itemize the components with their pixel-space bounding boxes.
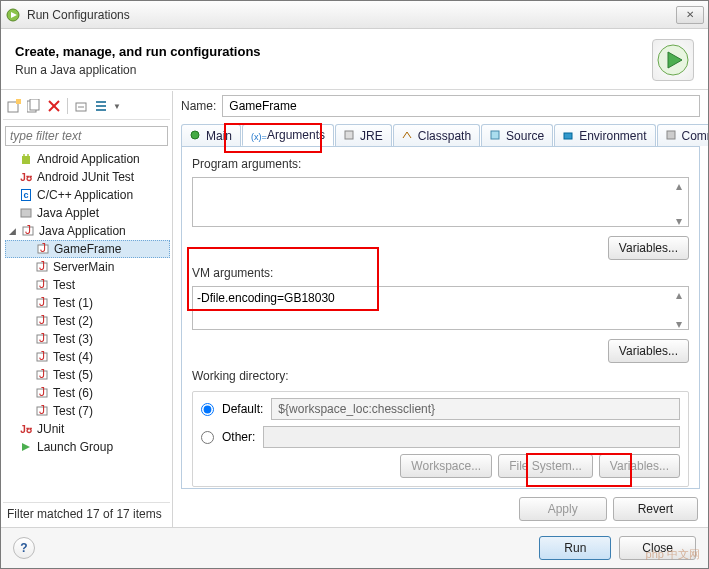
revert-button[interactable]: Revert <box>613 497 698 521</box>
tree-item-junit[interactable]: JʊJUnit <box>5 420 170 438</box>
svg-text:J: J <box>39 297 45 309</box>
svg-text:J: J <box>40 243 46 255</box>
vm-args-textarea[interactable] <box>192 286 689 330</box>
java-run-icon: J <box>35 350 49 364</box>
tree-item-android-junit[interactable]: JʊAndroid JUnit Test <box>5 168 170 186</box>
default-radio-label: Default: <box>222 402 263 416</box>
source-tab-icon <box>490 130 502 142</box>
tree-item-java-child[interactable]: JGameFrame <box>5 240 170 258</box>
dropdown-arrow-icon[interactable]: ▼ <box>112 97 122 115</box>
filter-input[interactable] <box>5 126 168 146</box>
program-args-textarea[interactable] <box>192 177 689 227</box>
tree-item-java-app[interactable]: ◢JJava Application <box>5 222 170 240</box>
tree-item-java-child[interactable]: JTest (4) <box>5 348 170 366</box>
java-run-icon: J <box>35 278 49 292</box>
java-run-icon: J <box>35 404 49 418</box>
filter-menu-icon[interactable] <box>92 97 110 115</box>
right-panel: Name: Main (x)=Arguments JRE Classpath S… <box>173 91 708 527</box>
help-button[interactable]: ? <box>13 537 35 559</box>
config-tree[interactable]: Android Application JʊAndroid JUnit Test… <box>3 150 170 502</box>
header-subtitle: Run a Java application <box>15 63 652 77</box>
java-run-icon: J <box>35 368 49 382</box>
filter-status: Filter matched 17 of 17 items <box>3 502 170 525</box>
delete-config-icon[interactable] <box>45 97 63 115</box>
svg-text:J: J <box>39 351 45 363</box>
svg-rect-46 <box>667 131 675 139</box>
program-variables-button[interactable]: Variables... <box>608 236 689 260</box>
svg-rect-43 <box>345 131 353 139</box>
tree-item-label: Test (4) <box>53 350 93 364</box>
new-config-icon[interactable] <box>5 97 23 115</box>
other-radio[interactable] <box>201 431 214 444</box>
workspace-button[interactable]: Workspace... <box>400 454 492 478</box>
duplicate-config-icon[interactable] <box>25 97 43 115</box>
app-icon <box>5 7 21 23</box>
collapse-all-icon[interactable] <box>72 97 90 115</box>
tree-item-label: GameFrame <box>54 242 121 256</box>
header-title: Create, manage, and run configurations <box>15 44 652 59</box>
name-input[interactable] <box>222 95 700 117</box>
tree-item-java-child[interactable]: JTest (6) <box>5 384 170 402</box>
tree-item-label: Test (6) <box>53 386 93 400</box>
tree-item-java-child[interactable]: JTest (7) <box>5 402 170 420</box>
tree-item-java-child[interactable]: JServerMain <box>5 258 170 276</box>
close-window-button[interactable]: ✕ <box>676 6 704 24</box>
tab-main[interactable]: Main <box>181 124 241 146</box>
run-button[interactable]: Run <box>539 536 611 560</box>
junit-icon: Jʊ <box>19 422 33 436</box>
svg-text:J: J <box>39 333 45 345</box>
wd-variables-button[interactable]: Variables... <box>599 454 680 478</box>
header: Create, manage, and run configurations R… <box>1 29 708 90</box>
tree-item-label: Test <box>53 278 75 292</box>
tree-item-java-child[interactable]: JTest (2) <box>5 312 170 330</box>
other-dir-input <box>263 426 680 448</box>
window-title: Run Configurations <box>27 8 674 22</box>
arguments-tab-icon: (x)= <box>251 129 263 141</box>
tab-environment[interactable]: Environment <box>554 124 655 146</box>
java-run-icon: J <box>35 260 49 274</box>
vm-args-label: VM arguments: <box>192 266 689 280</box>
launch-group-icon <box>19 440 33 454</box>
cpp-icon: c <box>19 188 33 202</box>
tree-item-java-child[interactable]: JTest (3) <box>5 330 170 348</box>
tree-item-label: Test (1) <box>53 296 93 310</box>
bottom-bar: ? Run Close php 中文网 <box>1 527 708 568</box>
arguments-panel: Program arguments: ▴▾ Variables... VM ar… <box>181 147 700 489</box>
applet-icon <box>19 206 33 220</box>
svg-rect-13 <box>96 105 106 107</box>
close-button[interactable]: Close <box>619 536 696 560</box>
default-radio[interactable] <box>201 403 214 416</box>
tree-item-cpp[interactable]: cC/C++ Application <box>5 186 170 204</box>
tree-item-label: Test (7) <box>53 404 93 418</box>
svg-rect-44 <box>491 131 499 139</box>
java-app-icon: J <box>21 224 35 238</box>
tree-item-java-applet[interactable]: Java Applet <box>5 204 170 222</box>
main-tab-icon <box>190 130 202 142</box>
panel-footer: Apply Revert <box>181 489 700 527</box>
vm-variables-button[interactable]: Variables... <box>608 339 689 363</box>
tab-common[interactable]: Common <box>657 124 709 146</box>
svg-text:J: J <box>39 261 45 273</box>
svg-rect-14 <box>96 109 106 111</box>
tab-arguments[interactable]: (x)=Arguments <box>242 124 334 146</box>
java-run-icon: J <box>35 386 49 400</box>
twisty-icon[interactable]: ◢ <box>7 226 17 236</box>
tree-item-launch-group[interactable]: Launch Group <box>5 438 170 456</box>
default-dir-input <box>271 398 680 420</box>
tab-jre[interactable]: JRE <box>335 124 392 146</box>
svg-point-42 <box>191 131 199 139</box>
tab-bar: Main (x)=Arguments JRE Classpath Source … <box>181 123 700 147</box>
filesystem-button[interactable]: File System... <box>498 454 593 478</box>
tree-item-java-child[interactable]: JTest <box>5 276 170 294</box>
apply-button[interactable]: Apply <box>519 497 607 521</box>
tree-item-android-app[interactable]: Android Application <box>5 150 170 168</box>
svg-rect-15 <box>22 156 30 164</box>
tab-classpath[interactable]: Classpath <box>393 124 480 146</box>
tab-source[interactable]: Source <box>481 124 553 146</box>
svg-marker-41 <box>22 443 30 451</box>
jre-tab-icon <box>344 130 356 142</box>
tree-item-java-child[interactable]: JTest (5) <box>5 366 170 384</box>
left-panel: ▼ Android Application JʊAndroid JUnit Te… <box>1 91 173 527</box>
tree-item-java-child[interactable]: JTest (1) <box>5 294 170 312</box>
svg-rect-5 <box>16 99 21 104</box>
